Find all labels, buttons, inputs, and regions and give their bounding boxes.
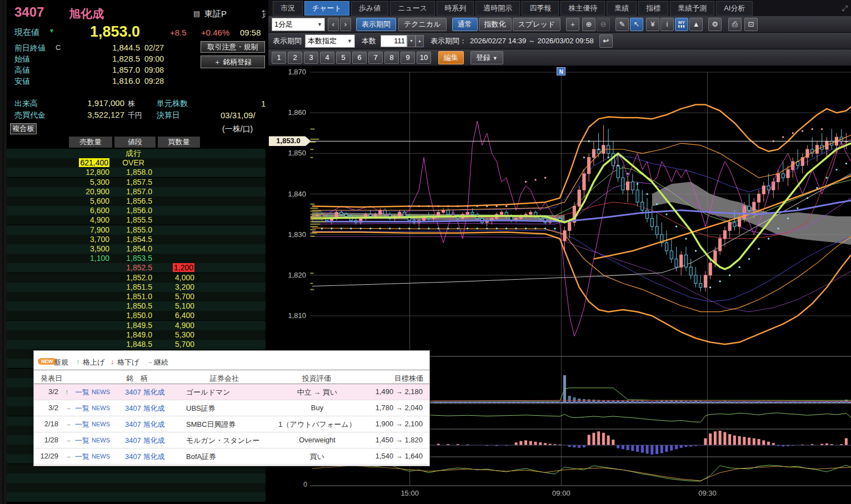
price[interactable]: 1,849.5 — [114, 321, 152, 330]
preset-10[interactable]: 10 — [417, 52, 431, 64]
news-link[interactable]: NEWS — [92, 405, 110, 411]
composite-board-button[interactable]: 複合板 — [10, 123, 37, 134]
wrench-icon[interactable]: ⚙ — [708, 18, 722, 31]
info-icon[interactable]: i — [660, 18, 674, 31]
crosshair-icon[interactable]: ＋ — [566, 18, 579, 31]
orderbook-row[interactable]: 1,849.05,300 — [7, 330, 266, 340]
orderbook-row[interactable]: 1,850.06,400 — [7, 311, 266, 320]
price[interactable]: 1,849.0 — [114, 330, 152, 340]
orderbook-row[interactable]: 5,6001,856.5 — [7, 196, 266, 206]
tab-ニュース[interactable]: ニュース — [390, 1, 435, 16]
area-chart-icon[interactable]: ▲ — [689, 18, 703, 31]
count-up-spinner[interactable]: ▲ — [416, 35, 424, 47]
news-link[interactable]: NEWS — [92, 421, 110, 427]
stock-link[interactable]: 3407 旭化成 — [125, 436, 165, 446]
list-link[interactable]: 一覧 — [75, 436, 89, 446]
register-stock-button[interactable]: ＋ 銘柄登録 — [201, 56, 265, 68]
technical-button[interactable]: テクニカル — [398, 18, 447, 31]
price[interactable]: 1,856.5 — [114, 196, 152, 206]
edit-button[interactable]: 編集 — [438, 51, 464, 64]
preset-1[interactable]: 1 — [272, 52, 286, 64]
price[interactable]: 1,852.0 — [114, 273, 152, 283]
orderbook-row[interactable]: 1,851.53,200 — [7, 283, 266, 292]
price[interactable]: 1,854.5 — [114, 235, 152, 244]
tab-市況[interactable]: 市況 — [273, 1, 303, 16]
count-mode-select[interactable]: 本数指定▼ — [305, 34, 355, 48]
zoom-out-icon[interactable]: ⊖ — [597, 18, 610, 31]
tab-業績[interactable]: 業績 — [607, 1, 637, 16]
price[interactable]: 1,857.5 — [114, 178, 152, 187]
expand-icon[interactable]: ⤢ — [842, 4, 848, 13]
tab-歩み値[interactable]: 歩み値 — [351, 1, 388, 16]
price[interactable]: 1,853.5 — [114, 254, 152, 263]
preset-9[interactable]: 9 — [401, 52, 415, 64]
orderbook-row[interactable]: 5,3001,857.5 — [7, 178, 266, 187]
preset-5[interactable]: 5 — [336, 52, 351, 64]
price[interactable]: 1,852.5 — [114, 263, 152, 273]
price[interactable]: 1,858.0 — [114, 168, 152, 177]
register-list-button[interactable]: 登録 ▼ — [470, 51, 503, 64]
my-chart-icon[interactable]: MY▮▮▮ — [675, 18, 688, 31]
price[interactable]: 1,848.5 — [114, 340, 152, 349]
orderbook-row[interactable]: 1,851.05,700 — [7, 292, 266, 301]
orderbook-row[interactable]: 12,8001,858.0 — [7, 168, 266, 177]
tab-チャート[interactable]: チャート — [304, 1, 349, 16]
orderbook-row[interactable]: 4,9001,855.5 — [7, 215, 266, 225]
list-link[interactable]: 一覧 — [75, 387, 89, 397]
tab-時系列[interactable]: 時系列 — [437, 1, 474, 16]
orderbook-row[interactable]: 3,7001,854.5 — [7, 235, 266, 244]
price[interactable]: 1,850.5 — [114, 301, 152, 311]
news-link[interactable]: NEWS — [92, 453, 110, 460]
stock-link[interactable]: 3407 旭化成 — [125, 404, 165, 414]
orderbook-row[interactable]: 7,9001,855.0 — [7, 225, 266, 235]
zoom-in-icon[interactable]: ⊕ — [582, 18, 595, 31]
preset-7[interactable]: 7 — [368, 52, 383, 64]
popout-icon[interactable]: ⊡ — [744, 18, 758, 31]
price[interactable]: 1,855.0 — [114, 225, 152, 235]
orderbook-row[interactable]: 1,849.54,900 — [7, 321, 266, 330]
stock-link[interactable]: 3407 旭化成 — [125, 387, 165, 397]
orderbook-row[interactable]: 1,848.55,700 — [7, 340, 266, 349]
printer-icon[interactable]: ⎙ — [728, 18, 742, 31]
orderbook-row[interactable]: 3,5001,854.0 — [7, 244, 266, 254]
prev-button[interactable]: ‹ — [328, 18, 339, 31]
price[interactable]: 1,857.0 — [114, 187, 152, 196]
yen-icon[interactable]: ¥ — [646, 18, 659, 31]
price[interactable]: 1,850.0 — [114, 311, 152, 320]
preset-6[interactable]: 6 — [352, 52, 367, 64]
orderbook-row[interactable]: 1,852.51,200 — [7, 263, 266, 273]
count-down-spinner[interactable]: ▼ — [407, 35, 416, 47]
orderbook-row[interactable]: 6,6001,856.0 — [7, 206, 266, 215]
orderbook-row[interactable]: 1,852.04,000 — [7, 273, 266, 283]
timeframe-select[interactable]: 1分足▼ — [272, 18, 325, 31]
preset-3[interactable]: 3 — [304, 52, 318, 64]
list-link[interactable]: 一覧 — [75, 452, 89, 462]
next-button[interactable]: › — [340, 18, 351, 31]
stock-link[interactable]: 3407 旭化成 — [125, 420, 165, 430]
news-link[interactable]: NEWS — [92, 437, 110, 443]
price[interactable]: 成行 — [114, 149, 152, 158]
normal-button[interactable]: 通常 — [452, 18, 478, 31]
preset-2[interactable]: 2 — [288, 52, 302, 64]
orderbook-row[interactable]: 621,400OVER — [7, 158, 266, 168]
pencil-icon[interactable]: ✎ — [615, 18, 629, 31]
reset-icon[interactable]: ↩ — [599, 34, 613, 48]
list-link[interactable]: 一覧 — [75, 420, 89, 430]
tab-業績予測[interactable]: 業績予測 — [670, 1, 714, 16]
tab-四季報[interactable]: 四季報 — [522, 1, 559, 16]
price[interactable]: 1,856.0 — [114, 206, 152, 215]
tab-株主優待[interactable]: 株主優待 — [560, 1, 605, 16]
price[interactable]: 1,851.5 — [114, 283, 152, 292]
orderbook-row[interactable]: 成行 — [7, 149, 266, 158]
tab-適時開示[interactable]: 適時開示 — [475, 1, 520, 16]
preset-4[interactable]: 4 — [320, 52, 334, 64]
trade-caution-button[interactable]: 取引注意・規制 — [201, 41, 265, 53]
news-marker[interactable]: N — [557, 67, 565, 75]
display-period-button[interactable]: 表示期間 — [356, 18, 396, 31]
price[interactable]: 1,851.0 — [114, 292, 152, 301]
list-link[interactable]: 一覧 — [75, 404, 89, 414]
preset-8[interactable]: 8 — [384, 52, 399, 64]
price[interactable]: OVER — [114, 158, 152, 168]
spread-button[interactable]: スプレッド — [513, 18, 561, 31]
orderbook-row[interactable]: 1,850.55,100 — [7, 301, 266, 311]
